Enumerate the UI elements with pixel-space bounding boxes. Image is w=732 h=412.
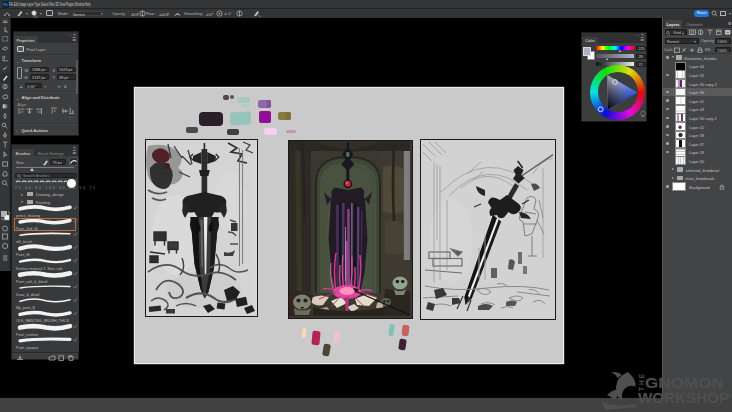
svg-text:WORKSHOP: WORKSHOP bbox=[638, 390, 729, 406]
svg-text:GNOMON: GNOMON bbox=[645, 374, 724, 391]
svg-text:File Edit Image Layer Type Sel: File Edit Image Layer Type Select Filter… bbox=[9, 2, 91, 7]
svg-text:THE: THE bbox=[638, 373, 645, 391]
